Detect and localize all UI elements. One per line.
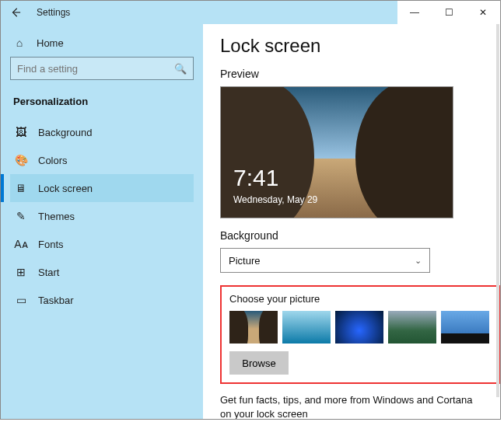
sidebar-item-themes[interactable]: ✎Themes: [10, 202, 194, 230]
fonts-icon: Aᴀ: [15, 238, 27, 250]
footer-text: Get fun facts, tips, and more from Windo…: [220, 393, 483, 419]
background-dropdown[interactable]: Picture ⌄: [220, 248, 430, 273]
sidebar-item-label: Taskbar: [38, 295, 74, 306]
section-header: Personalization: [10, 92, 194, 118]
lockscreen-preview: 7:41 Wednesday, May 29: [220, 86, 453, 218]
background-icon: 🖼: [15, 126, 27, 138]
themes-icon: ✎: [15, 210, 27, 222]
picture-thumbnails: [229, 311, 491, 344]
app-title: Settings: [37, 7, 70, 18]
settings-window: Settings — ☐ ✕ ⌂ Home 🔍 Personalization …: [0, 0, 501, 420]
sidebar-item-label: Start: [38, 267, 59, 278]
titlebar: Settings — ☐ ✕: [1, 1, 500, 24]
preview-date: Wednesday, May 29: [233, 194, 317, 205]
preview-time: 7:41: [233, 165, 278, 191]
sidebar-item-background[interactable]: 🖼Background: [10, 118, 194, 146]
back-button[interactable]: [9, 5, 23, 19]
choose-picture-label: Choose your picture: [229, 293, 491, 305]
lock-screen-icon: 🖥: [15, 182, 27, 194]
picture-option-2[interactable]: [282, 311, 331, 344]
close-button[interactable]: ✕: [466, 1, 500, 24]
sidebar: ⌂ Home 🔍 Personalization 🖼Background🎨Col…: [1, 24, 203, 419]
minimize-button[interactable]: —: [397, 1, 432, 24]
search-input[interactable]: [17, 63, 174, 75]
sidebar-item-colors[interactable]: 🎨Colors: [10, 146, 194, 174]
home-button[interactable]: ⌂ Home: [10, 32, 194, 57]
sidebar-item-label: Lock screen: [38, 183, 93, 194]
main-panel: Lock screen Preview 7:41 Wednesday, May …: [203, 24, 500, 419]
home-label: Home: [37, 37, 64, 49]
sidebar-item-start[interactable]: ⊞Start: [10, 258, 194, 286]
maximize-button[interactable]: ☐: [432, 1, 466, 24]
picture-option-4[interactable]: [388, 311, 436, 344]
picture-option-5[interactable]: [441, 311, 489, 344]
background-value: Picture: [229, 255, 260, 267]
choose-picture-section: Choose your picture Browse: [220, 285, 500, 384]
chevron-down-icon: ⌄: [415, 256, 422, 266]
preview-label: Preview: [220, 68, 483, 80]
page-title: Lock screen: [220, 35, 483, 57]
sidebar-item-fonts[interactable]: AᴀFonts: [10, 230, 194, 258]
sidebar-item-label: Background: [38, 127, 92, 138]
sidebar-item-label: Themes: [38, 211, 75, 222]
search-icon: 🔍: [174, 63, 187, 75]
browse-button[interactable]: Browse: [229, 351, 289, 375]
sidebar-item-taskbar[interactable]: ▭Taskbar: [10, 286, 194, 314]
sidebar-item-label: Fonts: [38, 239, 64, 250]
nav-list: 🖼Background🎨Colors🖥Lock screen✎ThemesAᴀF…: [10, 118, 194, 314]
taskbar-icon: ▭: [15, 294, 27, 306]
start-icon: ⊞: [15, 266, 27, 278]
picture-option-3[interactable]: [335, 311, 383, 344]
sidebar-item-label: Colors: [38, 155, 68, 166]
picture-option-1[interactable]: [229, 311, 278, 344]
colors-icon: 🎨: [15, 154, 27, 166]
sidebar-item-lock-screen[interactable]: 🖥Lock screen: [10, 174, 194, 202]
background-label: Background: [220, 229, 483, 242]
home-icon: ⌂: [13, 37, 26, 49]
search-box[interactable]: 🔍: [10, 57, 194, 80]
scrollbar[interactable]: [496, 24, 499, 397]
